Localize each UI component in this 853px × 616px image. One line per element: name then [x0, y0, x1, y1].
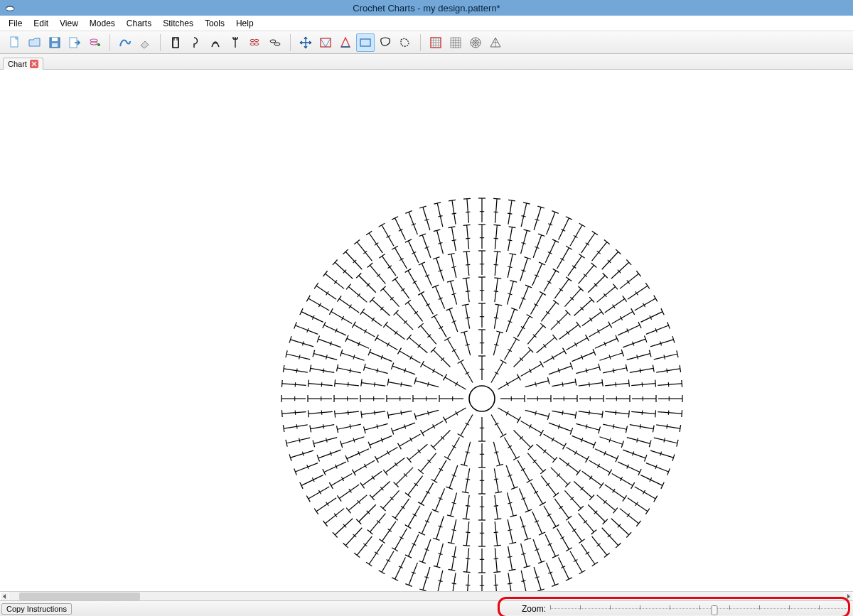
svg-line-711 — [392, 548, 398, 551]
svg-line-547 — [350, 369, 350, 373]
svg-line-1001 — [291, 340, 313, 347]
stitch-curve-icon[interactable] — [206, 33, 225, 52]
flip-v-icon[interactable] — [336, 33, 355, 52]
svg-line-128 — [422, 421, 443, 433]
scroll-thumb[interactable] — [19, 593, 140, 600]
svg-line-919 — [521, 580, 525, 581]
pen-freeform-icon[interactable] — [116, 33, 134, 52]
horizontal-scrollbar[interactable] — [0, 591, 853, 600]
copy-instructions-button[interactable]: Copy Instructions — [1, 603, 72, 615]
svg-line-660 — [623, 495, 627, 501]
tab-chart[interactable]: Chart — [3, 58, 43, 70]
svg-line-323 — [519, 489, 528, 511]
zoom-thumb[interactable] — [712, 605, 718, 615]
menu-modes[interactable]: Modes — [84, 17, 121, 30]
scroll-right-icon[interactable] — [844, 592, 853, 601]
svg-line-68 — [445, 408, 466, 420]
eraser-icon[interactable] — [136, 33, 154, 52]
svg-line-87 — [513, 337, 520, 340]
svg-line-104 — [521, 421, 542, 433]
stitch-double-icon[interactable] — [266, 33, 284, 52]
svg-line-518 — [372, 481, 390, 497]
toolbar-group — [424, 33, 508, 52]
svg-line-932 — [452, 573, 456, 591]
radial-grid-icon[interactable] — [466, 33, 485, 52]
lasso-icon[interactable] — [376, 33, 395, 52]
new-file-icon[interactable] — [6, 33, 24, 52]
svg-rect-15 — [360, 39, 370, 46]
magic-select-icon[interactable] — [396, 33, 414, 52]
stitch-needle-icon[interactable] — [226, 33, 245, 52]
scroll-track[interactable] — [9, 592, 844, 601]
svg-line-523 — [372, 476, 375, 480]
open-file-icon[interactable] — [26, 33, 44, 52]
flip-h-icon[interactable] — [316, 33, 335, 52]
svg-line-1008 — [300, 308, 303, 315]
svg-line-621 — [631, 308, 635, 315]
svg-line-857 — [656, 369, 680, 372]
stitch-t-icon[interactable] — [166, 33, 185, 52]
svg-line-131 — [415, 410, 439, 416]
svg-line-337 — [466, 506, 470, 507]
menu-help[interactable]: Help — [230, 17, 259, 30]
svg-line-329 — [495, 495, 498, 519]
menu-file[interactable]: File — [3, 17, 28, 30]
svg-line-608 — [579, 265, 594, 283]
svg-line-742 — [323, 424, 324, 428]
svg-line-1000 — [299, 355, 300, 359]
svg-line-514 — [401, 506, 404, 509]
svg-line-510 — [405, 525, 412, 529]
scroll-left-icon[interactable] — [0, 592, 9, 601]
svg-line-589 — [494, 238, 498, 239]
menu-stitches[interactable]: Stitches — [157, 17, 199, 30]
svg-line-848 — [646, 325, 669, 334]
menu-charts[interactable]: Charts — [121, 17, 157, 30]
svg-line-178 — [562, 382, 563, 387]
triangle-grid-icon[interactable] — [486, 33, 505, 52]
svg-line-285 — [586, 335, 589, 341]
stitch-hook-icon[interactable] — [186, 33, 205, 52]
svg-line-176 — [552, 382, 575, 387]
svg-line-699 — [449, 569, 456, 571]
svg-line-189 — [563, 443, 567, 450]
grid-plain-icon[interactable] — [446, 33, 465, 52]
svg-line-607 — [572, 266, 576, 269]
svg-line-899 — [592, 536, 607, 556]
svg-line-870 — [680, 425, 680, 432]
svg-line-330 — [494, 519, 501, 519]
svg-line-386 — [396, 313, 413, 330]
svg-line-950 — [369, 544, 382, 564]
svg-line-452 — [605, 411, 629, 414]
menu-edit[interactable]: Edit — [28, 17, 54, 30]
svg-line-803 — [495, 199, 498, 223]
move-icon[interactable] — [296, 33, 315, 52]
svg-line-680 — [533, 539, 542, 562]
svg-line-821 — [570, 225, 582, 246]
save-icon[interactable] — [45, 33, 64, 52]
svg-line-464 — [589, 460, 610, 472]
svg-line-885 — [654, 496, 658, 502]
svg-line-851 — [650, 340, 673, 347]
svg-line-536 — [335, 411, 359, 414]
toolbar-separator — [290, 34, 291, 51]
svg-line-1047 — [449, 200, 456, 200]
svg-line-795 — [449, 227, 456, 228]
add-stitch-icon[interactable] — [85, 33, 104, 52]
menu-tools[interactable]: Tools — [199, 17, 230, 30]
zoom-slider[interactable] — [550, 603, 849, 615]
svg-line-57 — [517, 417, 520, 423]
rect-select-icon[interactable] — [356, 33, 375, 52]
svg-line-137 — [415, 381, 439, 387]
grid-bordered-icon[interactable] — [426, 33, 445, 52]
menu-view[interactable]: View — [54, 17, 84, 30]
stitch-chain-icon[interactable] — [246, 33, 264, 52]
chart-canvas[interactable] — [0, 70, 853, 591]
svg-line-734 — [318, 450, 341, 458]
svg-line-728 — [331, 474, 352, 486]
export-icon[interactable] — [65, 33, 84, 52]
close-icon[interactable] — [30, 60, 38, 68]
svg-line-969 — [306, 496, 310, 502]
svg-line-769 — [349, 305, 352, 308]
svg-line-468 — [599, 482, 603, 488]
svg-line-453 — [628, 411, 629, 418]
